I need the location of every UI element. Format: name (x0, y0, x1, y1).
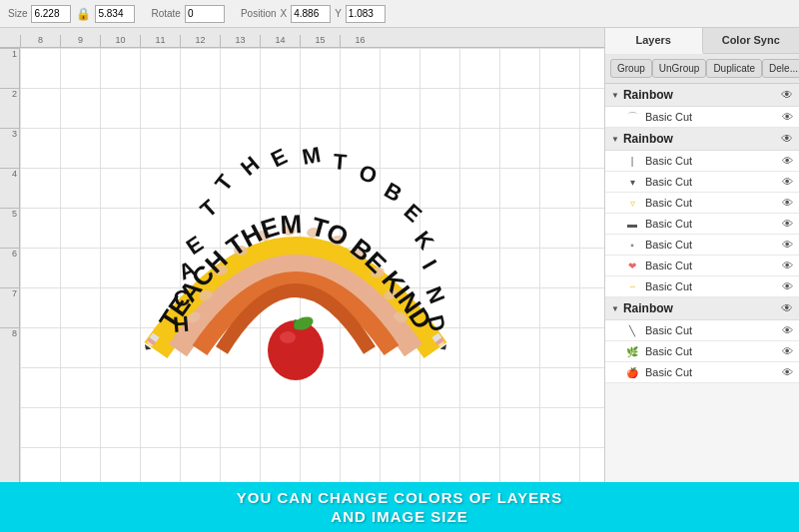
position-label: Position (241, 8, 277, 19)
layer-name: Basic Cut (645, 366, 776, 378)
bottom-banner: YOU CAN CHANGE COLORS OF LAYERS AND IMAG… (0, 482, 799, 532)
layer-thumb-pencil: | (625, 154, 639, 168)
layer-item[interactable]: ▾ Basic Cut 👁 (605, 172, 799, 193)
layer-group-1-header[interactable]: ▼ Rainbow 👁 (605, 84, 799, 107)
tab-layers[interactable]: Layers (605, 28, 703, 54)
layer-name: Basic Cut (645, 324, 776, 336)
layer-thumb-arc2: ⌢ (625, 279, 639, 293)
group-1-arrow: ▼ (611, 91, 619, 100)
layer-name: Basic Cut (645, 197, 776, 209)
group-button[interactable]: Group (610, 59, 652, 78)
panel-tabs: Layers Color Sync (605, 28, 799, 54)
svg-text:T: T (195, 194, 222, 222)
group-3-arrow: ▼ (611, 304, 619, 313)
rotate-label: Rotate (151, 8, 180, 19)
layer-item[interactable]: ▬ Basic Cut 👁 (605, 214, 799, 235)
ruler-mark: 14 (260, 35, 300, 47)
x-label: X (281, 8, 288, 19)
ruler-left-mark: 6 (0, 248, 19, 287)
svg-text:O: O (356, 159, 380, 188)
layer-group-3: ▼ Rainbow 👁 ╲ Basic Cut 👁 🌿 Basic Cut 👁 … (605, 297, 799, 383)
ruler-left: 1 2 3 4 5 6 7 8 (0, 48, 20, 482)
group-3-label: Rainbow (623, 301, 777, 315)
size-label: Size (8, 8, 27, 19)
group-1-eye[interactable]: 👁 (781, 88, 793, 102)
layer-eye[interactable]: 👁 (782, 197, 793, 209)
ruler-left-mark: 1 (0, 48, 19, 88)
canvas-area[interactable]: 8 9 10 11 12 13 14 15 16 1 2 3 4 5 6 7 8 (0, 28, 604, 482)
layer-eye[interactable]: 👁 (782, 239, 793, 251)
svg-text:E: E (267, 143, 291, 172)
layer-item[interactable]: ╲ Basic Cut 👁 (605, 320, 799, 341)
layer-thumb-v: ▾ (625, 175, 639, 189)
layer-group-3-header[interactable]: ▼ Rainbow 👁 (605, 297, 799, 320)
group-1-label: Rainbow (623, 88, 777, 102)
layer-item[interactable]: 🍎 Basic Cut 👁 (605, 362, 799, 383)
layer-eye[interactable]: 👁 (782, 280, 793, 292)
layer-eye[interactable]: 👁 (782, 260, 793, 271)
ruler-mark: 13 (220, 35, 260, 47)
layer-name: Basic Cut (645, 280, 776, 292)
layer-thumb-arc: ⌒ (625, 110, 639, 124)
layer-eye[interactable]: 👁 (782, 366, 793, 378)
ruler-mark: 8 (20, 35, 60, 47)
rotate-group: Rotate (151, 5, 224, 23)
layer-item[interactable]: 🌿 Basic Cut 👁 (605, 341, 799, 362)
delete-button[interactable]: Dele... (762, 59, 799, 78)
svg-text:N: N (420, 282, 449, 306)
rotate-input[interactable] (185, 5, 225, 23)
tab-color-sync[interactable]: Color Sync (703, 28, 800, 53)
ruler-left-mark: 4 (0, 168, 19, 208)
ruler-mark: 9 (60, 35, 100, 47)
svg-text:T: T (210, 169, 238, 195)
group-2-arrow: ▼ (611, 135, 619, 144)
svg-text:T: T (332, 149, 348, 175)
layer-name: Basic Cut (645, 176, 776, 188)
layer-thumb-rect: ▬ (625, 217, 639, 231)
layer-name: Basic Cut (645, 218, 776, 230)
layer-item[interactable]: | Basic Cut 👁 (605, 151, 799, 172)
svg-text:M: M (300, 142, 322, 170)
ruler-left-mark: 3 (0, 128, 19, 168)
svg-text:K: K (409, 226, 439, 254)
layer-eye[interactable]: 👁 (782, 218, 793, 230)
layer-item[interactable]: ▿ Basic Cut 👁 (605, 193, 799, 214)
layer-group-2: ▼ Rainbow 👁 | Basic Cut 👁 ▾ Basic Cut 👁 … (605, 128, 799, 297)
layer-item[interactable]: ▪ Basic Cut 👁 (605, 235, 799, 256)
ruler-mark: 11 (140, 35, 180, 47)
layer-thumb-leaf2: 🌿 (625, 344, 639, 358)
layer-eye[interactable]: 👁 (782, 111, 793, 123)
layer-group-2-header[interactable]: ▼ Rainbow 👁 (605, 128, 799, 151)
svg-text:I: I (416, 256, 441, 273)
svg-text:E: E (399, 199, 426, 227)
ruler-top-marks: 8 9 10 11 12 13 14 15 16 (20, 35, 604, 47)
position-group: Position X Y (241, 5, 386, 23)
layers-list[interactable]: ▼ Rainbow 👁 ⌒ Basic Cut 👁 ▼ Rainbow 👁 (605, 84, 799, 482)
layer-eye[interactable]: 👁 (782, 155, 793, 167)
layer-thumb-cone: ▿ (625, 196, 639, 210)
y-input[interactable] (346, 5, 386, 23)
layer-eye[interactable]: 👁 (782, 176, 793, 188)
ruler-top: 8 9 10 11 12 13 14 15 16 (0, 28, 604, 48)
layer-eye[interactable]: 👁 (782, 345, 793, 357)
layer-eye[interactable]: 👁 (782, 324, 793, 336)
layer-item[interactable]: ⌢ Basic Cut 👁 (605, 276, 799, 297)
size-w-input[interactable] (31, 5, 71, 23)
grid-canvas[interactable]: TEACH THEM TO BE KIND T E A C H T H E M (20, 48, 604, 482)
layer-name: Basic Cut (645, 260, 776, 271)
banner-line-1: YOU CAN CHANGE COLORS OF LAYERS (237, 489, 562, 506)
ruler-left-mark: 2 (0, 88, 19, 128)
ungroup-button[interactable]: UnGroup (652, 59, 707, 78)
right-panel: Layers Color Sync Group UnGroup Duplicat… (604, 28, 799, 482)
size-h-input[interactable] (95, 5, 135, 23)
ruler-mark: 10 (100, 35, 140, 47)
layer-item[interactable]: ❤ Basic Cut 👁 (605, 256, 799, 276)
duplicate-button[interactable]: Duplicate (706, 59, 762, 78)
group-3-eye[interactable]: 👁 (781, 301, 793, 315)
x-input[interactable] (291, 5, 331, 23)
group-2-label: Rainbow (623, 132, 777, 146)
y-label: Y (335, 8, 342, 19)
group-2-eye[interactable]: 👁 (781, 132, 793, 146)
layer-item[interactable]: ⌒ Basic Cut 👁 (605, 107, 799, 128)
ruler-left-mark: 5 (0, 208, 19, 248)
